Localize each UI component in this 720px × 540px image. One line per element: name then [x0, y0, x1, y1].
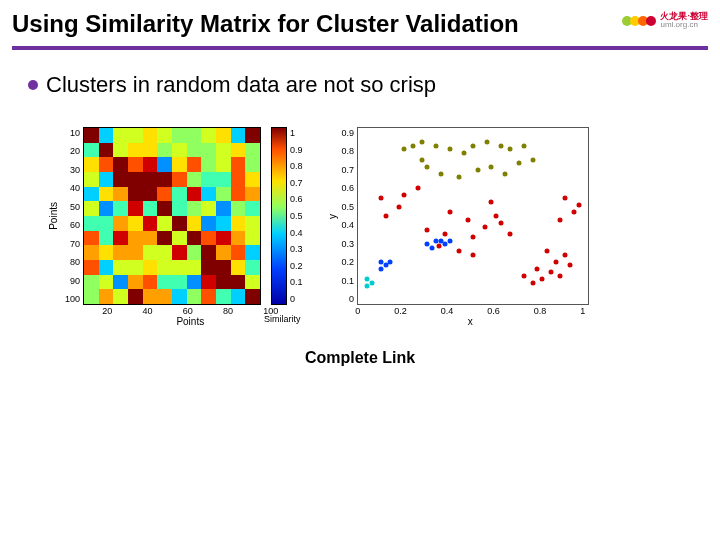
- heatmap-ylabel: Points: [48, 202, 59, 230]
- heatmap-yticks: 102030405060708090100: [65, 128, 80, 304]
- scatter-ylabel: y: [327, 214, 338, 219]
- heatmap-xlabel: Points: [176, 316, 204, 327]
- colorbar: 10.90.80.70.60.50.40.30.20.10 Similarity: [272, 128, 303, 304]
- bullet-icon: [28, 80, 38, 90]
- charts-container: Points 102030405060708090100 10.90.80.70…: [48, 128, 720, 327]
- logo-text: 火龙果·整理 uml.org.cn: [660, 12, 708, 29]
- logo: 火龙果·整理 uml.org.cn: [622, 12, 708, 29]
- scatter-plot-area: [358, 128, 588, 304]
- scatter-chart: y 00.10.20.30.40.50.60.70.80.9 00.20.40.…: [327, 128, 589, 327]
- scatter-xticks: 00.20.40.60.81: [355, 306, 585, 316]
- heatmap-xticks: 20406080100: [102, 306, 278, 316]
- scatter-xlabel: x: [468, 316, 473, 327]
- colorbar-ticks: 10.90.80.70.60.50.40.30.20.10: [290, 128, 303, 304]
- title-underline: [12, 46, 708, 50]
- figure-caption: Complete Link: [0, 349, 720, 367]
- heatmap-chart: Points 102030405060708090100 10.90.80.70…: [48, 128, 303, 327]
- header: Using Similarity Matrix for Cluster Vali…: [0, 0, 720, 38]
- bullet-item: Clusters in random data are not so crisp: [28, 72, 720, 98]
- logo-dots-icon: [622, 16, 654, 26]
- colorbar-gradient: [272, 128, 286, 304]
- scatter-yticks: 00.10.20.30.40.50.60.70.80.9: [342, 128, 355, 304]
- colorbar-label: Similarity: [264, 314, 301, 324]
- bullet-text: Clusters in random data are not so crisp: [46, 72, 436, 98]
- slide-title: Using Similarity Matrix for Cluster Vali…: [12, 10, 519, 38]
- heatmap-grid: [84, 128, 260, 304]
